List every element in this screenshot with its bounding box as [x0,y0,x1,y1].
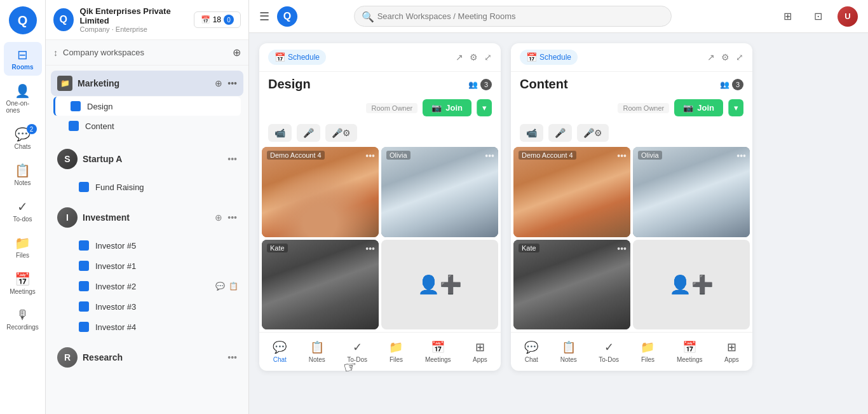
content-owner-row: Room Owner 📷 Join ▾ [511,97,752,121]
investment-group-actions: ⊕ ••• [215,212,237,223]
workspace-item-investor-2[interactable]: Investor #2 💬 📋 [48,277,246,296]
investor-2-doc-icon[interactable]: 📋 [229,282,238,291]
design-todos-label: To-Dos [347,356,367,363]
design-controls-row: 📹 🎤 🎤⚙ [259,121,501,147]
design-mic-button[interactable]: 🎤 [297,124,320,142]
content-kate-more[interactable]: ••• [617,244,627,254]
design-todos-tab[interactable]: ✓ To-Dos [342,338,372,366]
content-participant-olivia: Olivia ••• [633,147,750,237]
content-demo4-more[interactable]: ••• [617,151,627,161]
content-chat-tab[interactable]: 💬 Chat [519,338,543,366]
marketing-add-icon[interactable]: ⊕ [215,78,222,88]
workspace-item-investor-5[interactable]: Investor #5 [48,236,246,255]
workspace-item-fund-raising[interactable]: Fund Raising [48,177,246,197]
workspace-item-design[interactable]: Design [53,97,241,116]
workspace-group-marketing: 📁 Marketing ⊕ ••• Design Content [51,71,243,136]
design-schedule-badge[interactable]: 📅 Schedule [268,50,326,65]
content-files-tab[interactable]: 📁 Files [635,338,660,366]
content-add-participant[interactable]: 👤➕ [633,240,750,330]
investor-3-name: Investor #3 [95,302,238,312]
content-join-chevron[interactable]: ▾ [728,99,743,116]
nav-label-files: Files [16,252,29,259]
marketing-group-header[interactable]: 📁 Marketing ⊕ ••• [51,71,243,96]
design-join-camera-icon: 📷 [431,103,442,113]
content-schedule-badge[interactable]: 📅 Schedule [520,50,578,65]
nav-item-todos[interactable]: ✓ To-dos [4,194,42,228]
design-chat-tab[interactable]: 💬 Chat [268,338,292,366]
workspace-item-investor-3[interactable]: Investor #3 [48,297,246,316]
research-group[interactable]: R Research ••• [51,342,243,373]
design-video-grid: Demo Account 4 ••• Olivia ••• Kate ••• [259,147,501,332]
design-join-button[interactable]: 📷 Join [423,99,471,116]
calendar-button[interactable]: 📅 18 0 [194,11,241,28]
design-demo4-more[interactable]: ••• [365,151,375,161]
nav-label-notes: Notes [14,179,31,186]
search-input[interactable] [354,6,672,27]
design-add-participant[interactable]: 👤➕ [381,240,498,330]
content-notes-icon: 📋 [562,340,576,354]
workspace-item-investor-4[interactable]: Investor #4 [48,317,246,336]
investor-2-chat-icon[interactable]: 💬 [215,282,225,291]
content-video-button[interactable]: 📹 [520,124,543,142]
workspace-header: ↕ Company workspaces ⊕ [46,40,248,66]
hamburger-menu-icon[interactable]: ☰ [259,10,269,24]
content-settings-icon[interactable]: ⚙ [721,52,729,62]
design-apps-tab[interactable]: ⊞ Apps [468,338,492,366]
design-room-title: Design [268,77,311,92]
fund-raising-color-dot [79,182,89,192]
content-todos-tab[interactable]: ✓ To-Dos [593,338,624,366]
search-bar: 🔍 [354,6,672,27]
nav-item-one-on-ones[interactable]: 👤 One-on-ones [4,78,42,119]
design-join-chevron[interactable]: ▾ [477,99,492,116]
content-mic-button[interactable]: 🎤 [548,124,572,142]
investment-group[interactable]: I Investment ⊕ ••• [51,202,243,233]
content-notes-tab[interactable]: 📋 Notes [555,338,582,366]
research-avatar: R [57,347,78,368]
design-settings-ctrl-button[interactable]: 🎤⚙ [325,124,357,142]
design-settings-icon[interactable]: ⚙ [470,52,478,62]
design-bottom-bar: 💬 Chat 📋 Notes ✓ To-Dos 📁 Files 📅 [259,332,501,371]
content-settings-ctrl-button[interactable]: 🎤⚙ [577,124,609,142]
design-kate-more[interactable]: ••• [365,244,375,254]
content-meetings-tab[interactable]: 📅 Meetings [672,338,708,366]
nav-item-files[interactable]: 📁 Files [4,230,42,264]
startup-a-more-icon[interactable]: ••• [227,154,237,164]
design-expand-icon[interactable]: ⤢ [484,52,492,62]
user-avatar[interactable]: U [837,6,858,27]
workspace-item-investor-1[interactable]: Investor #1 [48,256,246,275]
design-video-button[interactable]: 📹 [268,124,292,142]
design-notes-tab[interactable]: 📋 Notes [304,338,330,366]
layout-button[interactable]: ⊡ [807,5,830,28]
research-more-icon[interactable]: ••• [227,352,237,362]
content-join-button[interactable]: 📷 Join [674,99,723,116]
content-share-icon[interactable]: ↗ [707,52,715,62]
nav-item-recordings[interactable]: 🎙 Recordings [4,303,42,336]
content-expand-icon[interactable]: ⤢ [736,52,743,62]
company-right: 📅 18 0 [194,11,241,28]
grid-view-button[interactable]: ⊞ [776,5,799,28]
nav-item-chats[interactable]: 2 💬 Chats [4,121,42,155]
investment-more-icon[interactable]: ••• [227,212,237,223]
marketing-more-icon[interactable]: ••• [227,78,237,88]
top-bar: ☰ Q 🔍 ⊞ ⊡ U [249,0,868,33]
content-olivia-more[interactable]: ••• [736,151,746,161]
investor-2-dot [79,281,89,291]
design-share-icon[interactable]: ↗ [456,52,463,62]
design-olivia-more[interactable]: ••• [485,151,494,161]
nav-item-meetings[interactable]: 📅 Meetings [4,266,42,300]
startup-a-group[interactable]: S Startup A ••• [51,144,243,174]
recordings-icon: 🎙 [17,308,29,322]
nav-label-rooms: Rooms [12,64,34,71]
content-chat-label: Chat [525,356,538,363]
content-meetings-icon: 📅 [682,340,696,354]
design-item-name: Design [87,102,233,111]
investment-add-icon[interactable]: ⊕ [215,212,222,223]
nav-item-notes[interactable]: 📋 Notes [4,158,42,191]
design-files-tab[interactable]: 📁 Files [384,338,408,366]
content-apps-tab[interactable]: ⊞ Apps [719,338,744,366]
content-bottom-bar: 💬 Chat 📋 Notes ✓ To-Dos 📁 Files 📅 [511,332,752,371]
nav-item-rooms[interactable]: ⊟ Rooms [4,42,42,76]
workspace-item-content[interactable]: Content [53,116,241,135]
design-meetings-tab[interactable]: 📅 Meetings [420,338,456,366]
add-workspace-button[interactable]: ⊕ [233,46,241,59]
